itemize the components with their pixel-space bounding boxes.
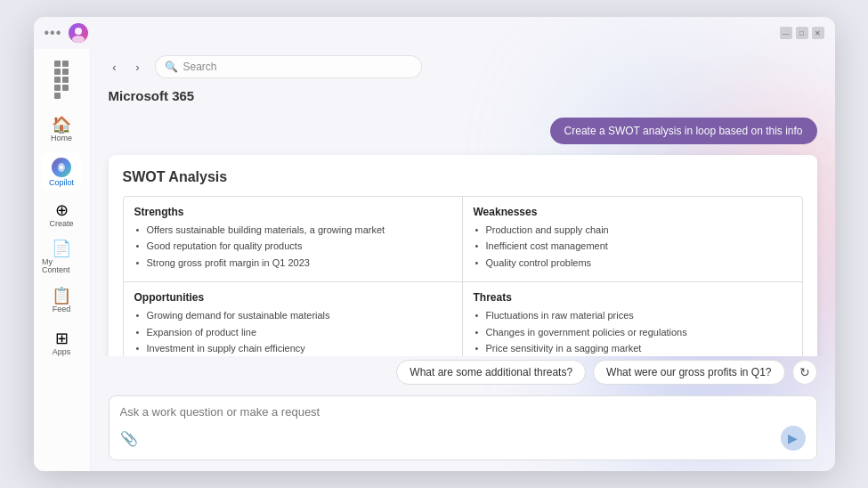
title-bar: ••• — □ ✕	[34, 17, 835, 49]
swot-opportunities-cell: Opportunities Growing demand for sustain…	[124, 282, 463, 356]
swot-threats-cell: Threats Fluctuations in raw material pri…	[463, 282, 802, 356]
list-item: Price sensitivity in a sagging market	[474, 342, 791, 355]
input-footer: 📎 ▶	[120, 426, 806, 451]
swot-threats-title: Threats	[474, 291, 791, 304]
create-icon: ⊕	[55, 202, 69, 218]
feed-icon: 📋	[52, 288, 71, 304]
svg-point-0	[75, 28, 82, 35]
input-area: 📎 ▶	[91, 388, 835, 471]
list-item: Inefficient cost management	[474, 240, 791, 253]
title-bar-left: •••	[45, 23, 89, 43]
swot-strengths-cell: Strengths Offers sustainable building ma…	[124, 197, 463, 282]
nav-arrows: ‹ ›	[105, 57, 148, 77]
minimize-button[interactable]: —	[780, 27, 792, 39]
sidebar-item-my-content-label: My Content	[42, 258, 81, 274]
swot-weaknesses-title: Weaknesses	[474, 206, 791, 218]
list-item: Growing demand for sustainable materials	[134, 309, 451, 322]
list-item: Strong gross profit margin in Q1 2023	[134, 256, 451, 270]
attach-button[interactable]: 📎	[120, 430, 138, 447]
sidebar-item-feed[interactable]: 📋 Feed	[42, 281, 81, 320]
swot-strengths-list: Offers sustainable building materials, a…	[134, 224, 451, 270]
content-area: ‹ › 🔍 Search Microsoft 365 Create a SWOT…	[91, 49, 835, 471]
swot-weaknesses-list: Production and supply chain Inefficient …	[474, 224, 791, 270]
list-item: Fluctuations in raw material prices	[474, 309, 791, 322]
sidebar-item-apps-grid[interactable]	[42, 60, 81, 99]
my-content-icon: 📄	[52, 240, 71, 256]
sidebar-item-home[interactable]: 🏠 Home	[42, 110, 81, 149]
sidebar-item-apps-label: Apps	[53, 348, 71, 356]
search-icon: 🔍	[165, 61, 178, 73]
list-item: Production and supply chain	[474, 224, 791, 237]
main-layout: 🏠 Home Copilot ⊕ Create 📄 My Content	[34, 49, 835, 471]
list-item: Changes in government policies or regula…	[474, 326, 791, 339]
refresh-suggestions-button[interactable]: ↻	[792, 360, 817, 385]
forward-button[interactable]: ›	[128, 57, 148, 77]
chat-area[interactable]: Create a SWOT analysis in loop based on …	[91, 110, 835, 356]
create-swot-button[interactable]: Create a SWOT analysis in loop based on …	[550, 118, 817, 144]
chat-input[interactable]	[120, 405, 806, 419]
app-window: ••• — □ ✕ 🏠	[34, 17, 835, 471]
swot-weaknesses-cell: Weaknesses Production and supply chain I…	[463, 197, 802, 282]
search-bar[interactable]: 🔍 Search	[155, 55, 422, 78]
sidebar-item-copilot[interactable]: Copilot	[42, 152, 81, 191]
search-placeholder: Search	[183, 61, 217, 73]
sidebar-item-apps[interactable]: ⊞ Apps	[42, 323, 81, 362]
svg-point-2	[60, 166, 63, 169]
swot-opportunities-title: Opportunities	[134, 291, 451, 304]
list-item: Good reputation for quality products	[134, 240, 451, 253]
swot-opportunities-list: Growing demand for sustainable materials…	[134, 309, 451, 355]
list-item: Expansion of product line	[134, 326, 451, 339]
send-button[interactable]: ▶	[781, 426, 806, 451]
swot-threats-list: Fluctuations in raw material prices Chan…	[474, 309, 791, 355]
apps-icon: ⊞	[55, 330, 69, 346]
close-button[interactable]: ✕	[812, 27, 824, 39]
list-item: Quality control problems	[474, 256, 791, 270]
back-button[interactable]: ‹	[105, 57, 125, 77]
send-icon: ▶	[788, 431, 798, 445]
swot-grid: Strengths Offers sustainable building ma…	[123, 196, 803, 356]
sidebar: 🏠 Home Copilot ⊕ Create 📄 My Content	[34, 49, 91, 471]
sidebar-item-copilot-label: Copilot	[49, 179, 74, 187]
swot-card: SWOT Analysis Strengths Offers sustainab…	[109, 155, 817, 356]
home-icon: 🏠	[52, 117, 71, 133]
sidebar-item-feed-label: Feed	[53, 305, 71, 313]
avatar[interactable]	[69, 23, 88, 43]
sidebar-item-create[interactable]: ⊕ Create	[42, 195, 81, 234]
svg-point-1	[72, 36, 85, 43]
page-title: Microsoft 365	[109, 88, 195, 103]
sidebar-item-my-content[interactable]: 📄 My Content	[42, 238, 81, 277]
copilot-icon	[52, 158, 71, 177]
top-bar: ‹ › 🔍 Search	[91, 49, 835, 85]
window-controls: — □ ✕	[780, 27, 824, 39]
window-menu-dots[interactable]: •••	[45, 25, 62, 41]
apps-grid-icon	[54, 61, 69, 99]
list-item: Investment in supply chain efficiency	[134, 342, 451, 355]
maximize-button[interactable]: □	[796, 27, 808, 39]
sidebar-item-home-label: Home	[51, 134, 72, 142]
suggestions-row: What are some additional threats? What w…	[91, 356, 835, 388]
sidebar-item-create-label: Create	[49, 220, 73, 228]
input-box: 📎 ▶	[109, 395, 817, 460]
suggestion-chip-2[interactable]: What were our gross profits in Q1?	[593, 360, 784, 385]
list-item: Offers sustainable building materials, a…	[134, 224, 451, 237]
suggestion-chip-1[interactable]: What are some additional threats?	[396, 360, 586, 385]
page-header: Microsoft 365	[91, 85, 835, 110]
swot-title: SWOT Analysis	[123, 169, 803, 185]
swot-strengths-title: Strengths	[134, 206, 451, 218]
